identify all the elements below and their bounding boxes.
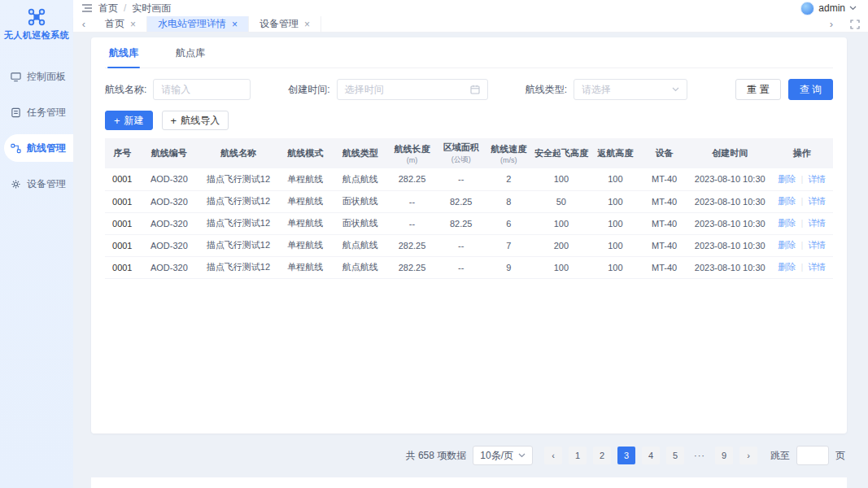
collapse-menu-icon[interactable] xyxy=(81,3,93,13)
sidebar-item-routes[interactable]: 航线管理 xyxy=(4,134,73,162)
routes-card: 航线库 航点库 航线名称: 创建时间: 选择时间 航线类型: xyxy=(91,37,847,434)
table-cell: AOD-320 xyxy=(140,256,199,278)
table-cell: 100 xyxy=(591,168,639,190)
reset-button[interactable]: 重 置 xyxy=(735,79,780,100)
route-name-input[interactable] xyxy=(153,79,251,100)
library-tabs: 航线库 航点库 xyxy=(105,37,833,68)
table-cell: 100 xyxy=(591,212,639,234)
drone-icon xyxy=(26,7,47,28)
create-button[interactable]: + 新建 xyxy=(105,111,153,130)
table-cell: 描点飞行测试12 xyxy=(198,234,277,256)
jump-page-input[interactable] xyxy=(796,446,829,465)
sidebar-item-devices[interactable]: 设备管理 xyxy=(0,170,73,198)
close-icon[interactable]: × xyxy=(304,19,310,30)
close-icon[interactable]: × xyxy=(130,19,136,30)
create-time-picker[interactable]: 选择时间 xyxy=(337,79,488,100)
table-cell: 单程航线 xyxy=(278,256,333,278)
page-ellipsis: ··· xyxy=(691,447,709,464)
close-icon[interactable]: × xyxy=(232,19,238,30)
row-actions-cell: 删除|详情 xyxy=(771,256,833,278)
import-routes-button[interactable]: + 航线导入 xyxy=(162,111,229,130)
sidebar-item-tasks[interactable]: 任务管理 xyxy=(0,98,73,126)
column-header-9: 安全起飞高度 xyxy=(532,138,591,168)
table-cell: 200 xyxy=(532,234,591,256)
table-cell: -- xyxy=(387,190,436,212)
table-cell: 2023-08-10 10:30 xyxy=(689,190,771,212)
detail-link[interactable]: 详情 xyxy=(808,174,826,184)
table-header-row: 序号航线编号航线名称航线模式航线类型航线长度(m)区域面积(公顷)航线速度(m/… xyxy=(105,138,833,168)
table-cell: 单程航线 xyxy=(278,168,333,190)
sidebar-item-dashboard[interactable]: 控制面板 xyxy=(0,63,73,90)
tabs-scroll-right-icon[interactable]: › xyxy=(821,18,842,30)
route-icon xyxy=(11,143,21,154)
table-cell: -- xyxy=(387,212,436,234)
table-row: 0001AOD-320描点飞行测试12单程航线航点航线282.25--72001… xyxy=(105,234,833,256)
select-placeholder: 请选择 xyxy=(582,83,672,97)
footer-strip xyxy=(91,477,847,488)
row-actions-cell: 删除|详情 xyxy=(771,234,833,256)
page-size-select[interactable]: 10条/页 xyxy=(473,446,533,465)
page-button-3[interactable]: 3 xyxy=(617,447,635,464)
tab-devices[interactable]: 设备管理 × xyxy=(249,16,321,32)
column-header-2: 航线编号 xyxy=(140,138,199,168)
tab-waypoint-library[interactable]: 航点库 xyxy=(174,37,207,68)
delete-link[interactable]: 删除 xyxy=(778,218,796,228)
action-separator: | xyxy=(800,174,803,184)
page-button-4[interactable]: 4 xyxy=(642,447,660,464)
detail-link[interactable]: 详情 xyxy=(808,262,826,272)
table-cell: 描点飞行测试12 xyxy=(198,190,277,212)
next-page-button[interactable]: › xyxy=(739,447,757,464)
table-cell: 7 xyxy=(486,234,532,256)
table-cell: 100 xyxy=(532,256,591,278)
table-cell: 航点航线 xyxy=(333,234,387,256)
table-cell: 2023-08-10 10:30 xyxy=(689,212,771,234)
table-cell: 82.25 xyxy=(437,190,486,212)
detail-link[interactable]: 详情 xyxy=(808,240,826,250)
table-cell: 100 xyxy=(591,256,639,278)
detail-link[interactable]: 详情 xyxy=(808,218,826,228)
sidebar-item-label: 任务管理 xyxy=(27,106,66,120)
tabs-scroll-left-icon[interactable]: ‹ xyxy=(73,16,94,32)
column-header-5: 航线类型 xyxy=(333,138,387,168)
tab-home[interactable]: 首页 × xyxy=(94,16,147,32)
user-menu[interactable]: admin xyxy=(800,2,857,15)
sidebar: 无人机巡检系统 控制面板 任务管理 航线管理 设备管理 xyxy=(0,0,73,488)
table-cell: 面状航线 xyxy=(333,212,387,234)
route-type-select[interactable]: 请选择 xyxy=(574,79,687,100)
page-button-5[interactable]: 5 xyxy=(666,447,684,464)
page-button-1[interactable]: 1 xyxy=(569,447,587,464)
delete-link[interactable]: 删除 xyxy=(778,240,796,250)
action-separator: | xyxy=(800,196,803,206)
table-cell: 8 xyxy=(486,190,532,212)
tab-route-library[interactable]: 航线库 xyxy=(107,37,140,68)
delete-link[interactable]: 删除 xyxy=(778,262,796,272)
page-button-9[interactable]: 9 xyxy=(715,447,733,464)
table-cell: 100 xyxy=(591,190,639,212)
detail-link[interactable]: 详情 xyxy=(808,196,826,206)
delete-link[interactable]: 删除 xyxy=(778,174,796,184)
table-cell: 2 xyxy=(486,168,532,190)
tab-hydropower-detail[interactable]: 水电站管理详情 × xyxy=(147,16,249,32)
table-cell: 0001 xyxy=(105,190,140,212)
prev-page-button[interactable]: ‹ xyxy=(544,447,562,464)
table-cell: AOD-320 xyxy=(140,168,199,190)
page-button-2[interactable]: 2 xyxy=(593,447,611,464)
table-cell: 2023-08-10 10:30 xyxy=(689,168,771,190)
table-cell: 0001 xyxy=(105,168,140,190)
date-placeholder: 选择时间 xyxy=(345,83,465,97)
table-cell: 面状航线 xyxy=(333,190,387,212)
breadcrumb: 首页 / 实时画面 xyxy=(81,2,171,15)
table-cell: -- xyxy=(437,256,486,278)
calendar-icon xyxy=(470,85,480,94)
row-actions-cell: 删除|详情 xyxy=(771,168,833,190)
table-cell: MT-40 xyxy=(639,234,688,256)
delete-link[interactable]: 删除 xyxy=(778,196,796,206)
column-header-4: 航线模式 xyxy=(278,138,333,168)
fullscreen-icon[interactable] xyxy=(850,20,860,29)
table-cell: MT-40 xyxy=(639,212,688,234)
create-button-label: 新建 xyxy=(124,114,144,128)
search-button[interactable]: 查 询 xyxy=(788,79,833,100)
table-cell: 单程航线 xyxy=(278,234,333,256)
breadcrumb-home[interactable]: 首页 xyxy=(98,2,118,15)
table-cell: 82.25 xyxy=(437,212,486,234)
